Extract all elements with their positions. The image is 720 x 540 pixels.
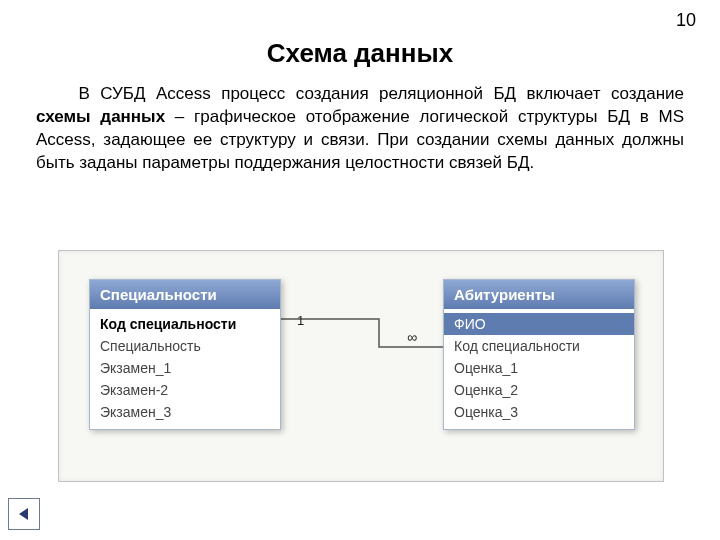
table-header: Абитуриенты (444, 280, 634, 309)
cardinality-one: 1 (297, 313, 304, 328)
paragraph-pre: В СУБД Access процесс создания реляционн… (79, 84, 685, 103)
field-row[interactable]: Оценка_3 (444, 401, 634, 423)
svg-marker-0 (19, 508, 28, 520)
field-row[interactable]: Специальность (90, 335, 280, 357)
triangle-left-icon (16, 506, 32, 522)
field-row[interactable]: Код специальности (90, 313, 280, 335)
field-row[interactable]: Код специальности (444, 335, 634, 357)
paragraph-bold: схемы данных (36, 107, 165, 126)
field-row[interactable]: Экзамен-2 (90, 379, 280, 401)
schema-diagram: 1 ∞ Специальности Код специальности Спец… (58, 250, 664, 482)
body-paragraph: В СУБД Access процесс создания реляционн… (36, 83, 684, 175)
field-row[interactable]: ФИО (444, 313, 634, 335)
back-button[interactable] (8, 498, 40, 530)
table-specialties[interactable]: Специальности Код специальности Специаль… (89, 279, 281, 430)
field-row[interactable]: Оценка_1 (444, 357, 634, 379)
table-fields: Код специальности Специальность Экзамен_… (90, 309, 280, 429)
table-header: Специальности (90, 280, 280, 309)
cardinality-many: ∞ (407, 329, 416, 345)
page-number: 10 (676, 10, 696, 31)
table-fields: ФИО Код специальности Оценка_1 Оценка_2 … (444, 309, 634, 429)
field-row[interactable]: Экзамен_3 (90, 401, 280, 423)
field-row[interactable]: Оценка_2 (444, 379, 634, 401)
table-applicants[interactable]: Абитуриенты ФИО Код специальности Оценка… (443, 279, 635, 430)
page-title: Схема данных (0, 38, 720, 69)
field-row[interactable]: Экзамен_1 (90, 357, 280, 379)
